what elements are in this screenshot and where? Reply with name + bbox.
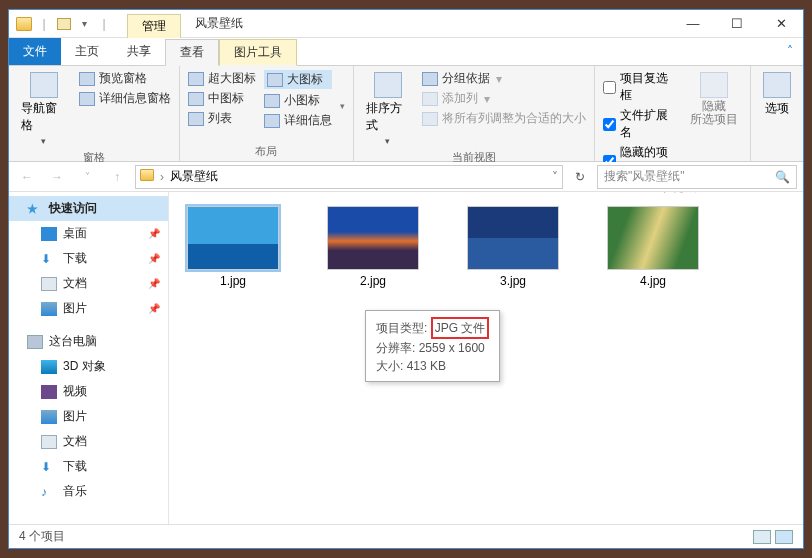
layout-small[interactable]: 小图标: [264, 92, 332, 109]
file-list[interactable]: 1.jpg 2.jpg 3.jpg 4.jpg 项目类型: JPG 文件 分辨率…: [169, 192, 803, 524]
minimize-button[interactable]: —: [671, 10, 715, 38]
group-by-button[interactable]: 分组依据▾: [422, 70, 586, 87]
options-button[interactable]: 选项: [759, 70, 795, 157]
file-name: 4.jpg: [640, 274, 666, 288]
nav-videos[interactable]: 视频: [9, 379, 168, 404]
pin-icon: 📌: [148, 278, 160, 289]
address-bar[interactable]: › 风景壁纸 ˅: [135, 165, 563, 189]
ribbon-tabs: 文件 主页 共享 查看 图片工具 ˄: [9, 38, 803, 66]
ribbon: 导航窗格 ▾ 预览窗格 详细信息窗格 窗格 超大图标 中图标 列表 大图标: [9, 66, 803, 162]
details-pane-button[interactable]: 详细信息窗格: [79, 90, 171, 107]
close-button[interactable]: ✕: [759, 10, 803, 38]
nav-this-pc[interactable]: 这台电脑: [9, 329, 168, 354]
contextual-tab-manage: 管理: [127, 14, 181, 38]
details-pane-icon: [79, 92, 95, 106]
nav-quick-access[interactable]: ★快速访问: [9, 196, 168, 221]
nav-pictures-2[interactable]: 图片: [9, 404, 168, 429]
ribbon-group-panes: 导航窗格 ▾ 预览窗格 详细信息窗格 窗格: [9, 66, 180, 161]
fit-columns-button[interactable]: 将所有列调整为合适的大小: [422, 110, 586, 127]
item-checkboxes-checkbox[interactable]: 项目复选框: [603, 70, 678, 104]
pin-icon: 📌: [148, 303, 160, 314]
recent-dropdown[interactable]: ˅: [75, 165, 99, 189]
add-columns-button[interactable]: 添加列▾: [422, 90, 586, 107]
add-columns-icon: [422, 92, 438, 106]
ribbon-group-layout: 超大图标 中图标 列表 大图标 小图标 详细信息 ▾ 布局: [180, 66, 354, 161]
tooltip: 项目类型: JPG 文件 分辨率: 2559 x 1600 大小: 413 KB: [365, 310, 500, 382]
tab-file[interactable]: 文件: [9, 38, 61, 65]
view-details-button[interactable]: [753, 530, 771, 544]
refresh-button[interactable]: ↻: [569, 166, 591, 188]
explorer-window: | ▾ | 管理 风景壁纸 — ☐ ✕ 文件 主页 共享 查看 图片工具 ˄ 导…: [8, 9, 804, 549]
nav-pictures[interactable]: 图片📌: [9, 296, 168, 321]
preview-pane-button[interactable]: 预览窗格: [79, 70, 171, 87]
group-by-icon: [422, 72, 438, 86]
hide-selected-label: 隐藏 所选项目: [690, 100, 738, 126]
tooltip-size-label: 大小:: [376, 359, 403, 373]
layout-list[interactable]: 列表: [188, 110, 256, 127]
nav-downloads-2[interactable]: ⬇下载: [9, 454, 168, 479]
video-icon: [41, 385, 57, 399]
navigation-pane[interactable]: ★快速访问 桌面📌 ⬇下载📌 文档📌 图片📌 这台电脑 3D 对象 视频 图片 …: [9, 192, 169, 524]
forward-button[interactable]: →: [45, 165, 69, 189]
tooltip-type-label: 项目类型:: [376, 321, 427, 335]
document-icon: [41, 435, 57, 449]
quick-access-toolbar: | ▾ |: [9, 15, 119, 33]
maximize-button[interactable]: ☐: [715, 10, 759, 38]
preview-pane-icon: [79, 72, 95, 86]
download-icon: ⬇: [41, 460, 57, 474]
contextual-tab-strip: 管理: [127, 10, 181, 37]
nav-music[interactable]: ♪音乐: [9, 479, 168, 504]
tab-share[interactable]: 共享: [113, 38, 165, 65]
tab-picture-tools[interactable]: 图片工具: [219, 39, 297, 66]
nav-3d-objects[interactable]: 3D 对象: [9, 354, 168, 379]
navigation-pane-button[interactable]: 导航窗格 ▾: [17, 70, 71, 148]
file-item[interactable]: 2.jpg: [323, 206, 423, 288]
layout-large[interactable]: 大图标: [264, 70, 332, 89]
file-item[interactable]: 1.jpg: [183, 206, 283, 288]
layout-more-icon[interactable]: ▾: [340, 101, 345, 111]
options-icon: [763, 72, 791, 98]
tab-home[interactable]: 主页: [61, 38, 113, 65]
address-bar-row: ← → ˅ ↑ › 风景壁纸 ˅ ↻ 搜索"风景壁纸" 🔍: [9, 162, 803, 192]
layout-extra-large[interactable]: 超大图标: [188, 70, 256, 87]
pc-icon: [27, 335, 43, 349]
dropdown-icon: ▾: [385, 136, 390, 146]
layout-medium[interactable]: 中图标: [188, 90, 256, 107]
view-icons-button[interactable]: [775, 530, 793, 544]
up-button[interactable]: ↑: [105, 165, 129, 189]
nav-documents-2[interactable]: 文档: [9, 429, 168, 454]
address-dropdown-icon[interactable]: ˅: [552, 170, 558, 184]
tooltip-res-value: 2559 x 1600: [419, 341, 485, 355]
layout-details[interactable]: 详细信息: [264, 112, 332, 129]
qat-button[interactable]: [55, 15, 73, 33]
pictures-icon: [41, 410, 57, 424]
file-name: 2.jpg: [360, 274, 386, 288]
status-text: 4 个项目: [19, 528, 65, 545]
file-item[interactable]: 4.jpg: [603, 206, 703, 288]
sort-icon: [374, 72, 402, 98]
nav-documents[interactable]: 文档📌: [9, 271, 168, 296]
status-bar: 4 个项目: [9, 524, 803, 548]
tooltip-res-label: 分辨率:: [376, 341, 415, 355]
breadcrumb-folder[interactable]: 风景壁纸: [170, 168, 218, 185]
desktop-icon: [41, 227, 57, 241]
nav-downloads[interactable]: ⬇下载📌: [9, 246, 168, 271]
folder-icon: [140, 169, 154, 184]
hide-selected-icon: [700, 72, 728, 98]
group-label-layout: 布局: [188, 142, 345, 159]
qat-separator: |: [35, 15, 53, 33]
navigation-pane-label: 导航窗格: [21, 100, 67, 134]
download-icon: ⬇: [41, 252, 57, 266]
nav-desktop[interactable]: 桌面📌: [9, 221, 168, 246]
back-button[interactable]: ←: [15, 165, 39, 189]
collapse-ribbon-button[interactable]: ˄: [777, 38, 803, 65]
sort-by-button[interactable]: 排序方式 ▾: [362, 70, 415, 148]
file-ext-checkbox[interactable]: 文件扩展名: [603, 107, 678, 141]
extra-large-icon: [188, 72, 204, 86]
qat-dropdown[interactable]: ▾: [75, 15, 93, 33]
hide-selected-button[interactable]: 隐藏 所选项目: [686, 70, 742, 178]
file-item[interactable]: 3.jpg: [463, 206, 563, 288]
ribbon-group-show-hide: 项目复选框 文件扩展名 隐藏的项目 隐藏 所选项目 显示/隐藏: [595, 66, 751, 161]
main-area: ★快速访问 桌面📌 ⬇下载📌 文档📌 图片📌 这台电脑 3D 对象 视频 图片 …: [9, 192, 803, 524]
tab-view[interactable]: 查看: [165, 39, 219, 66]
